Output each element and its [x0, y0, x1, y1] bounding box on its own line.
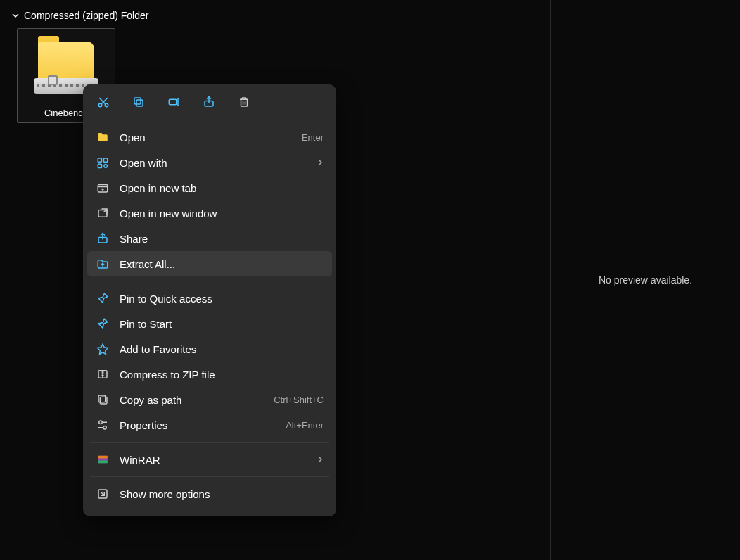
menu-item-shortcut: Alt+Enter — [286, 420, 324, 431]
chevron-right-icon — [317, 159, 324, 166]
copy-path-icon — [96, 393, 110, 407]
menu-item-open-with[interactable]: Open with — [87, 150, 332, 175]
svg-point-10 — [104, 165, 108, 168]
menu-item-pin-to-quick-access[interactable]: Pin to Quick access — [87, 286, 332, 311]
menu-item-show-more-options[interactable]: Show more options — [87, 481, 332, 507]
menu-item-label: Add to Favorites — [120, 343, 324, 355]
svg-point-17 — [99, 421, 103, 424]
menu-item-extract-all[interactable]: Extract All... — [87, 251, 332, 276]
pin-icon — [96, 291, 110, 305]
chevron-down-icon — [11, 11, 20, 20]
new-tab-icon — [96, 181, 110, 195]
open-with-icon — [96, 155, 110, 170]
context-menu: OpenEnterOpen withOpen in new tabOpen in… — [83, 84, 336, 516]
menu-item-label: Open with — [120, 157, 307, 169]
share-icon — [96, 231, 110, 246]
menu-item-compress-to-zip-file[interactable]: Compress to ZIP file — [87, 362, 332, 387]
winrar-icon — [96, 452, 110, 466]
menu-separator — [90, 442, 329, 443]
new-window-icon — [96, 206, 110, 220]
copy-icon[interactable] — [131, 94, 146, 110]
share-icon[interactable] — [201, 94, 217, 110]
menu-separator — [90, 476, 329, 477]
menu-item-shortcut: Enter — [302, 132, 324, 143]
svg-point-18 — [103, 426, 107, 430]
menu-item-label: Show more options — [120, 488, 324, 500]
menu-item-label: Compress to ZIP file — [120, 369, 324, 381]
svg-rect-3 — [134, 98, 141, 104]
menu-item-label: Share — [120, 233, 324, 245]
menu-item-label: Open — [120, 132, 292, 144]
cut-icon[interactable] — [96, 94, 111, 110]
menu-item-label: Extract All... — [120, 258, 324, 270]
menu-item-label: Copy as path — [120, 394, 264, 406]
svg-rect-2 — [136, 100, 143, 106]
menu-item-winrar[interactable]: WinRAR — [87, 447, 332, 472]
menu-item-open[interactable]: OpenEnter — [87, 125, 332, 150]
pin-start-icon — [96, 317, 110, 331]
properties-icon — [96, 418, 110, 432]
group-header[interactable]: Compressed (zipped) Folder — [11, 10, 539, 21]
menu-item-label: Pin to Start — [120, 318, 324, 330]
menu-item-label: WinRAR — [120, 454, 307, 466]
svg-rect-20 — [98, 456, 108, 459]
rename-icon[interactable] — [166, 94, 181, 110]
svg-rect-7 — [98, 158, 101, 162]
menu-list: OpenEnterOpen withOpen in new tabOpen in… — [83, 120, 336, 511]
svg-rect-15 — [100, 397, 107, 404]
preview-text: No preview available. — [599, 274, 692, 286]
svg-rect-12 — [98, 210, 107, 217]
svg-point-1 — [105, 103, 108, 107]
group-header-label: Compressed (zipped) Folder — [24, 10, 148, 21]
preview-pane: No preview available. — [550, 0, 740, 560]
menu-item-open-in-new-window[interactable]: Open in new window — [87, 201, 332, 226]
delete-icon[interactable] — [236, 94, 252, 110]
chevron-right-icon — [317, 456, 324, 463]
menu-item-add-to-favorites[interactable]: Add to Favorites — [87, 336, 332, 362]
svg-rect-16 — [98, 395, 106, 402]
svg-rect-8 — [104, 158, 108, 162]
svg-rect-4 — [169, 99, 177, 105]
more-options-icon — [96, 487, 110, 501]
menu-item-label: Open in new tab — [120, 182, 324, 194]
svg-rect-21 — [98, 461, 108, 464]
menu-item-label: Open in new window — [120, 208, 324, 219]
menu-item-shortcut: Ctrl+Shift+C — [274, 395, 324, 405]
extract-icon — [96, 257, 110, 271]
star-icon — [96, 342, 110, 356]
menu-separator — [90, 281, 329, 281]
menu-item-label: Properties — [120, 419, 276, 431]
menu-item-open-in-new-tab[interactable]: Open in new tab — [87, 175, 332, 201]
svg-rect-9 — [98, 164, 101, 167]
menu-item-share[interactable]: Share — [87, 226, 332, 251]
menu-item-copy-as-path[interactable]: Copy as pathCtrl+Shift+C — [87, 387, 332, 412]
menu-item-properties[interactable]: PropertiesAlt+Enter — [87, 412, 332, 438]
menu-item-label: Pin to Quick access — [120, 293, 324, 305]
zip-icon — [96, 367, 110, 381]
svg-point-0 — [98, 103, 102, 107]
context-toolbar — [83, 84, 336, 120]
folder-icon — [96, 130, 110, 144]
menu-item-pin-to-start[interactable]: Pin to Start — [87, 311, 332, 336]
svg-rect-6 — [241, 99, 248, 106]
